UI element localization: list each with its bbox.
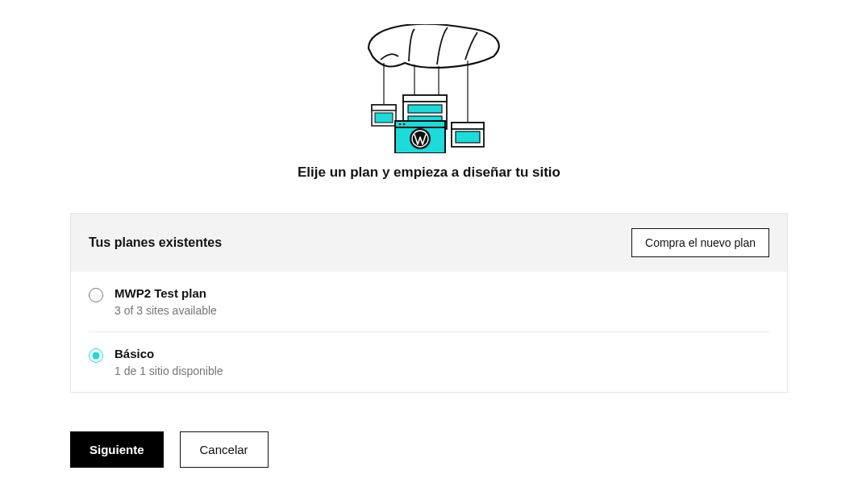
plan-name: MWP2 Test plan: [115, 286, 769, 300]
plan-info: MWP2 Test plan 3 of 3 sites available: [115, 286, 769, 317]
hero-illustration: [348, 24, 510, 153]
plan-subtitle: 1 de 1 sitio disponible: [115, 364, 769, 377]
svg-point-17: [403, 123, 406, 126]
action-buttons: Siguiente Cancelar: [70, 431, 788, 468]
plan-subtitle: 3 of 3 sites available: [115, 304, 769, 317]
svg-rect-6: [375, 113, 393, 123]
hero-section: Elije un plan y empieza a diseñar tu sit…: [70, 24, 788, 181]
plans-header-title: Tus planes existentes: [89, 235, 222, 250]
radio-icon[interactable]: [89, 288, 103, 302]
hero-title: Elije un plan y empieza a diseñar tu sit…: [70, 165, 788, 181]
buy-new-plan-button[interactable]: Compra el nuevo plan: [631, 228, 769, 257]
plan-option-mwp2[interactable]: MWP2 Test plan 3 of 3 sites available: [89, 272, 769, 331]
page-container: Elije un plan y empieza a diseñar tu sit…: [70, 0, 788, 468]
plan-name: Básico: [115, 347, 769, 360]
svg-rect-5: [372, 105, 396, 110]
svg-rect-13: [456, 131, 480, 143]
svg-rect-8: [403, 95, 447, 102]
plan-option-basico[interactable]: Básico 1 de 1 sitio disponible: [89, 331, 769, 392]
plan-info: Básico 1 de 1 sitio disponible: [115, 347, 769, 377]
cancel-button[interactable]: Cancelar: [180, 431, 269, 468]
plan-list: MWP2 Test plan 3 of 3 sites available Bá…: [71, 272, 787, 392]
next-button[interactable]: Siguiente: [70, 431, 164, 468]
svg-rect-12: [452, 123, 484, 129]
svg-rect-15: [395, 121, 445, 127]
svg-point-16: [399, 123, 402, 126]
radio-icon[interactable]: [89, 348, 103, 363]
plans-header: Tus planes existentes Compra el nuevo pl…: [71, 214, 787, 272]
svg-rect-9: [408, 105, 442, 113]
plans-panel: Tus planes existentes Compra el nuevo pl…: [70, 213, 788, 393]
